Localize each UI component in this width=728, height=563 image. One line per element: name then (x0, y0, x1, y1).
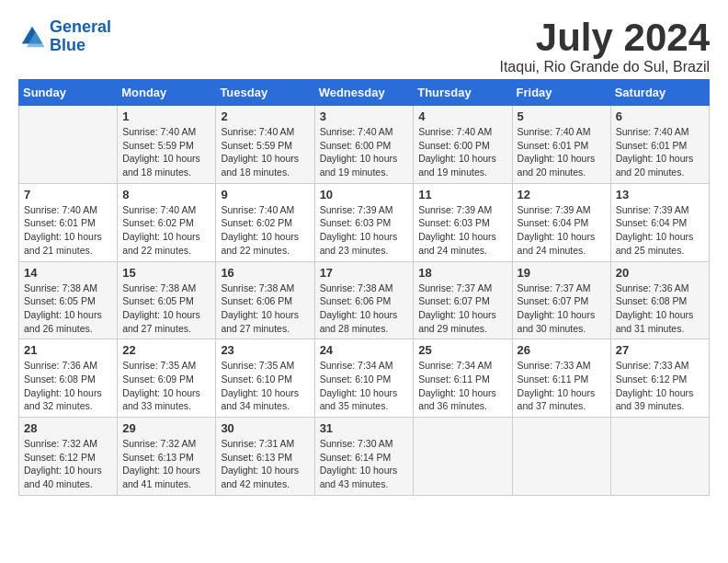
logo-icon (18, 23, 46, 51)
calendar-cell: 17Sunrise: 7:38 AM Sunset: 6:06 PM Dayli… (314, 261, 414, 339)
calendar-cell: 26Sunrise: 7:33 AM Sunset: 6:11 PM Dayli… (512, 339, 610, 418)
day-info: Sunrise: 7:36 AM Sunset: 6:08 PM Dayligh… (616, 282, 704, 336)
calendar-cell: 13Sunrise: 7:39 AM Sunset: 6:04 PM Dayli… (610, 183, 709, 261)
month-title: July 2024 (499, 18, 710, 57)
day-number: 13 (616, 188, 704, 201)
day-info: Sunrise: 7:40 AM Sunset: 6:01 PM Dayligh… (518, 125, 606, 179)
col-saturday: Saturday (610, 80, 709, 106)
col-monday: Monday (118, 80, 216, 106)
header-row: Sunday Monday Tuesday Wednesday Thursday… (19, 80, 710, 106)
calendar-cell: 24Sunrise: 7:34 AM Sunset: 6:10 PM Dayli… (314, 339, 414, 418)
calendar-cell: 9Sunrise: 7:40 AM Sunset: 6:02 PM Daylig… (216, 183, 314, 261)
calendar-cell: 18Sunrise: 7:37 AM Sunset: 6:07 PM Dayli… (414, 261, 512, 339)
day-number: 25 (418, 343, 506, 357)
day-number: 2 (221, 109, 309, 123)
day-info: Sunrise: 7:35 AM Sunset: 6:10 PM Dayligh… (221, 359, 309, 413)
calendar-cell: 3Sunrise: 7:40 AM Sunset: 6:00 PM Daylig… (314, 106, 414, 184)
calendar-cell: 11Sunrise: 7:39 AM Sunset: 6:03 PM Dayli… (414, 183, 512, 261)
day-number: 11 (418, 188, 506, 201)
day-number: 30 (221, 421, 309, 435)
calendar-table: Sunday Monday Tuesday Wednesday Thursday… (18, 79, 710, 496)
week-row-1: 1Sunrise: 7:40 AM Sunset: 5:59 PM Daylig… (19, 106, 710, 184)
logo: General Blue (18, 18, 111, 55)
day-info: Sunrise: 7:36 AM Sunset: 6:08 PM Dayligh… (24, 359, 112, 413)
logo-line2: Blue (50, 36, 85, 54)
day-info: Sunrise: 7:40 AM Sunset: 6:01 PM Dayligh… (616, 125, 704, 179)
day-number: 9 (221, 188, 309, 201)
day-number: 31 (320, 421, 409, 435)
calendar-cell: 4Sunrise: 7:40 AM Sunset: 6:00 PM Daylig… (414, 106, 512, 184)
day-info: Sunrise: 7:31 AM Sunset: 6:13 PM Dayligh… (221, 437, 309, 491)
location-title: Itaqui, Rio Grande do Sul, Brazil (499, 59, 710, 75)
day-info: Sunrise: 7:30 AM Sunset: 6:14 PM Dayligh… (320, 437, 409, 491)
day-info: Sunrise: 7:40 AM Sunset: 6:00 PM Dayligh… (418, 125, 506, 179)
day-number: 29 (122, 421, 210, 435)
day-number: 26 (518, 343, 606, 357)
day-number: 16 (221, 266, 309, 280)
day-info: Sunrise: 7:37 AM Sunset: 6:07 PM Dayligh… (518, 282, 606, 336)
day-info: Sunrise: 7:39 AM Sunset: 6:03 PM Dayligh… (320, 203, 409, 258)
day-info: Sunrise: 7:40 AM Sunset: 6:02 PM Dayligh… (221, 203, 309, 258)
calendar-cell: 15Sunrise: 7:38 AM Sunset: 6:05 PM Dayli… (118, 261, 216, 339)
logo-line1: General (50, 17, 111, 36)
calendar-cell: 19Sunrise: 7:37 AM Sunset: 6:07 PM Dayli… (512, 261, 610, 339)
page-header: General Blue July 2024 Itaqui, Rio Grand… (18, 18, 710, 75)
week-row-3: 14Sunrise: 7:38 AM Sunset: 6:05 PM Dayli… (19, 261, 710, 339)
calendar-cell: 2Sunrise: 7:40 AM Sunset: 5:59 PM Daylig… (216, 106, 314, 184)
day-info: Sunrise: 7:40 AM Sunset: 5:59 PM Dayligh… (221, 125, 309, 179)
calendar-cell (512, 418, 610, 496)
day-info: Sunrise: 7:38 AM Sunset: 6:05 PM Dayligh… (24, 282, 112, 336)
col-thursday: Thursday (414, 80, 512, 106)
day-info: Sunrise: 7:38 AM Sunset: 6:06 PM Dayligh… (320, 282, 409, 336)
day-number: 24 (320, 343, 409, 357)
day-info: Sunrise: 7:40 AM Sunset: 6:00 PM Dayligh… (320, 125, 409, 179)
week-row-2: 7Sunrise: 7:40 AM Sunset: 6:01 PM Daylig… (19, 183, 710, 261)
day-info: Sunrise: 7:34 AM Sunset: 6:10 PM Dayligh… (320, 359, 409, 413)
day-number: 19 (518, 266, 606, 280)
logo-text: General Blue (50, 18, 111, 55)
day-info: Sunrise: 7:39 AM Sunset: 6:03 PM Dayligh… (418, 203, 506, 258)
calendar-cell: 25Sunrise: 7:34 AM Sunset: 6:11 PM Dayli… (414, 339, 512, 418)
calendar-cell (610, 418, 709, 496)
day-info: Sunrise: 7:32 AM Sunset: 6:12 PM Dayligh… (24, 437, 112, 491)
calendar-cell: 30Sunrise: 7:31 AM Sunset: 6:13 PM Dayli… (216, 418, 314, 496)
calendar-cell: 7Sunrise: 7:40 AM Sunset: 6:01 PM Daylig… (19, 183, 118, 261)
calendar-cell: 27Sunrise: 7:33 AM Sunset: 6:12 PM Dayli… (610, 339, 709, 418)
day-number: 14 (24, 266, 112, 280)
calendar-cell: 23Sunrise: 7:35 AM Sunset: 6:10 PM Dayli… (216, 339, 314, 418)
col-sunday: Sunday (19, 80, 118, 106)
day-number: 22 (122, 343, 210, 357)
calendar-cell: 21Sunrise: 7:36 AM Sunset: 6:08 PM Dayli… (19, 339, 118, 418)
calendar-cell: 29Sunrise: 7:32 AM Sunset: 6:13 PM Dayli… (118, 418, 216, 496)
day-number: 7 (24, 188, 112, 201)
week-row-4: 21Sunrise: 7:36 AM Sunset: 6:08 PM Dayli… (19, 339, 710, 418)
day-info: Sunrise: 7:40 AM Sunset: 6:02 PM Dayligh… (122, 203, 210, 258)
day-number: 1 (122, 109, 210, 123)
day-info: Sunrise: 7:38 AM Sunset: 6:05 PM Dayligh… (122, 282, 210, 336)
calendar-cell: 8Sunrise: 7:40 AM Sunset: 6:02 PM Daylig… (118, 183, 216, 261)
title-block: July 2024 Itaqui, Rio Grande do Sul, Bra… (499, 18, 710, 75)
calendar-cell: 12Sunrise: 7:39 AM Sunset: 6:04 PM Dayli… (512, 183, 610, 261)
col-wednesday: Wednesday (314, 80, 414, 106)
day-info: Sunrise: 7:35 AM Sunset: 6:09 PM Dayligh… (122, 359, 210, 413)
day-number: 27 (616, 343, 704, 357)
calendar-cell: 16Sunrise: 7:38 AM Sunset: 6:06 PM Dayli… (216, 261, 314, 339)
day-info: Sunrise: 7:33 AM Sunset: 6:12 PM Dayligh… (616, 359, 704, 413)
day-info: Sunrise: 7:33 AM Sunset: 6:11 PM Dayligh… (518, 359, 606, 413)
day-info: Sunrise: 7:40 AM Sunset: 5:59 PM Dayligh… (122, 125, 210, 179)
calendar-cell: 14Sunrise: 7:38 AM Sunset: 6:05 PM Dayli… (19, 261, 118, 339)
col-friday: Friday (512, 80, 610, 106)
day-number: 6 (616, 109, 704, 123)
day-info: Sunrise: 7:34 AM Sunset: 6:11 PM Dayligh… (418, 359, 506, 413)
day-number: 10 (320, 188, 409, 201)
day-number: 20 (616, 266, 704, 280)
day-number: 4 (418, 109, 506, 123)
day-number: 28 (24, 421, 112, 435)
day-number: 12 (518, 188, 606, 201)
calendar-cell: 28Sunrise: 7:32 AM Sunset: 6:12 PM Dayli… (19, 418, 118, 496)
day-info: Sunrise: 7:37 AM Sunset: 6:07 PM Dayligh… (418, 282, 506, 336)
day-number: 15 (122, 266, 210, 280)
day-info: Sunrise: 7:38 AM Sunset: 6:06 PM Dayligh… (221, 282, 309, 336)
calendar-cell: 22Sunrise: 7:35 AM Sunset: 6:09 PM Dayli… (118, 339, 216, 418)
calendar-cell: 20Sunrise: 7:36 AM Sunset: 6:08 PM Dayli… (610, 261, 709, 339)
